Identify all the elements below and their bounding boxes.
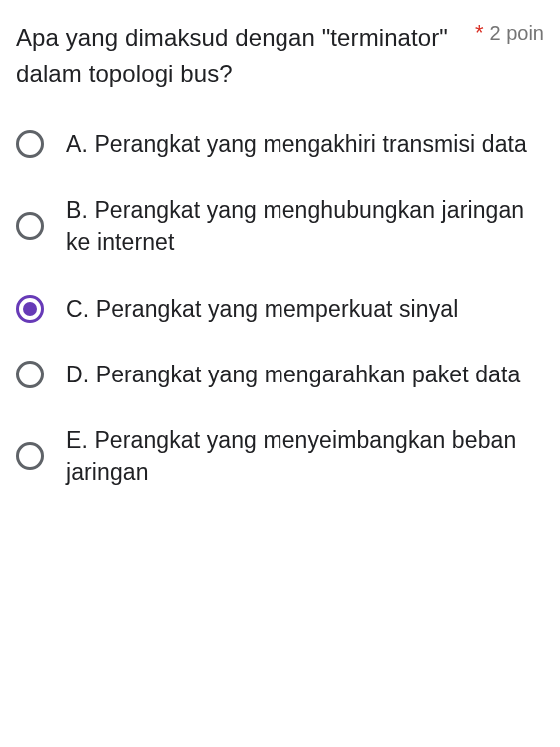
option-label: D. Perangkat yang mengarahkan paket data bbox=[66, 359, 520, 390]
points-label: 2 poin bbox=[490, 22, 545, 45]
question-meta: * 2 poin bbox=[475, 22, 544, 45]
option-d[interactable]: D. Perangkat yang mengarahkan paket data bbox=[16, 359, 544, 390]
option-label: A. Perangkat yang mengakhiri transmisi d… bbox=[66, 128, 527, 160]
option-b[interactable]: B. Perangkat yang menghubungkan jaringan… bbox=[16, 194, 544, 258]
option-label: B. Perangkat yang menghubungkan jaringan… bbox=[66, 194, 544, 258]
option-label: E. Perangkat yang menyeimbangkan beban j… bbox=[66, 424, 544, 488]
radio-icon bbox=[16, 442, 44, 470]
radio-icon bbox=[16, 361, 44, 388]
radio-icon bbox=[16, 130, 44, 158]
required-asterisk: * bbox=[475, 22, 484, 44]
option-a[interactable]: A. Perangkat yang mengakhiri transmisi d… bbox=[16, 128, 544, 160]
option-c[interactable]: C. Perangkat yang memperkuat sinyal bbox=[16, 293, 544, 325]
options-group: A. Perangkat yang mengakhiri transmisi d… bbox=[16, 128, 544, 488]
option-label: C. Perangkat yang memperkuat sinyal bbox=[66, 293, 458, 325]
question-text: Apa yang dimaksud dengan "terminator" da… bbox=[16, 20, 465, 92]
question-header: Apa yang dimaksud dengan "terminator" da… bbox=[16, 20, 544, 92]
radio-icon bbox=[16, 212, 44, 240]
radio-icon-selected bbox=[16, 295, 44, 323]
option-e[interactable]: E. Perangkat yang menyeimbangkan beban j… bbox=[16, 424, 544, 488]
